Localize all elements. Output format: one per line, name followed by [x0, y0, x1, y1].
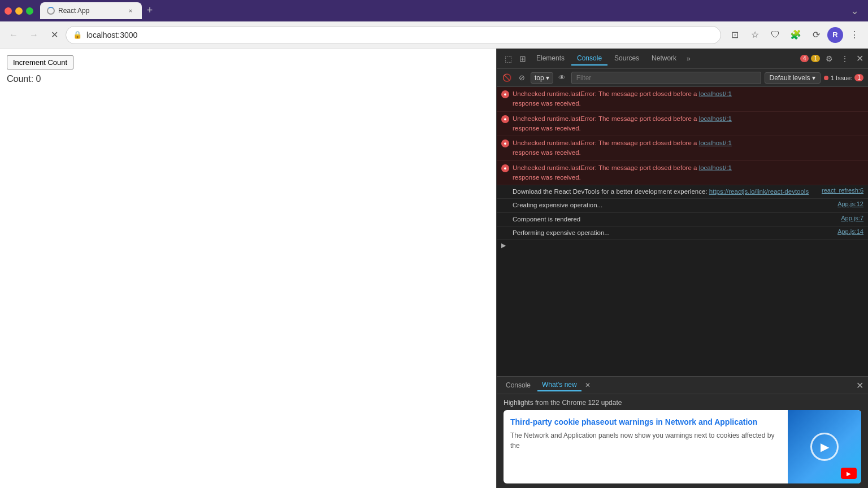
devtools-more-button[interactable]: ⋮ — [838, 52, 852, 66]
play-circle-icon: ▶ — [810, 433, 839, 461]
minimize-window-button[interactable] — [15, 7, 23, 15]
error-icon-3: ● — [501, 140, 509, 147]
devtools-bottom-panel: Console What's new ✕ ✕ Highlights from t… — [497, 376, 868, 488]
error-link-4[interactable]: localhost/:1 — [699, 164, 732, 171]
back-button[interactable]: ← — [5, 26, 23, 44]
devtools-tab-sources[interactable]: Sources — [609, 52, 645, 66]
rendered-text: Component is rendered — [513, 215, 837, 224]
context-selector[interactable]: top ▾ — [531, 72, 553, 84]
console-msg-rendered: Component is rendered App.js:7 — [497, 213, 868, 226]
address-bar[interactable]: 🔒 localhost:3000 — [66, 26, 721, 44]
console-toolbar: 🚫 ⊘ top ▾ 👁 Default levels ▾ 1 Issue: 1 — [497, 69, 868, 87]
console-filter-toggle[interactable]: ⊘ — [516, 72, 527, 84]
console-error-3: ● Unchecked runtime.lastError: The messa… — [497, 136, 868, 161]
maximize-window-button[interactable] — [26, 7, 33, 15]
nav-bar: ← → ✕ 🔒 localhost:3000 ⊡ ☆ 🛡 🧩 ⟳ R ⋮ — [0, 21, 868, 49]
secure-icon: 🔒 — [73, 30, 82, 39]
cast-button[interactable]: ⊡ — [726, 26, 744, 44]
browser-menu-dots[interactable]: ⋮ — [845, 26, 863, 44]
console-msg-performing: Performing expensive operation... App.js… — [497, 226, 868, 240]
error-text-2: Unchecked runtime.lastError: The message… — [513, 114, 863, 134]
whats-new-content: Highlights from the Chrome 122 update Th… — [497, 394, 868, 488]
devtools-settings-button[interactable]: ⚙ — [822, 52, 836, 66]
default-levels-button[interactable]: Default levels ▾ — [765, 72, 821, 84]
increment-count-button[interactable]: Increment Count — [7, 55, 73, 69]
bottom-tab-whats-new[interactable]: What's new — [537, 379, 581, 391]
devtools-tab-network[interactable]: Network — [646, 52, 682, 66]
default-levels-label: Default levels ▾ — [770, 74, 815, 82]
reload-button[interactable]: ✕ — [45, 26, 63, 44]
app-js-7-link[interactable]: App.js:7 — [841, 215, 863, 221]
devtools-responsive-button[interactable]: ⊞ — [516, 52, 530, 66]
context-label: top — [535, 74, 544, 82]
eye-button[interactable]: 👁 — [557, 72, 568, 84]
devtools-tab-overflow[interactable]: » — [683, 55, 694, 63]
news-headline: Third-party cookie phaseout warnings in … — [510, 417, 781, 427]
error-link-3[interactable]: localhost/:1 — [699, 140, 732, 146]
devtools-close-button[interactable]: ✕ — [856, 53, 863, 64]
error-link-2[interactable]: localhost/:1 — [699, 115, 732, 122]
forward-button[interactable]: → — [25, 26, 43, 44]
error-badge: 4 — [800, 55, 809, 62]
count-display: Count: 0 — [7, 74, 489, 84]
extensions-button[interactable]: 🧩 — [787, 26, 805, 44]
tab-title: React App — [58, 7, 123, 15]
error-text-4: Unchecked runtime.lastError: The message… — [513, 163, 863, 183]
error-link-1[interactable]: localhost/:1 — [699, 90, 732, 97]
devtools-panel: ⬚ ⊞ Elements Console Sources Network » 4… — [496, 49, 868, 488]
react-refresh-source[interactable]: react_refresh:6 — [822, 187, 863, 194]
devtools-msg-text: Download the React DevTools for a better… — [513, 187, 818, 197]
youtube-play-button[interactable]: ▶ — [841, 468, 857, 479]
close-window-button[interactable] — [5, 7, 12, 15]
devtools-tab-console[interactable]: Console — [571, 52, 607, 66]
chevron-down-icon: ▾ — [546, 74, 549, 82]
browser-menu-button[interactable]: ⌄ — [850, 5, 863, 17]
bottom-tabs: Console What's new ✕ ✕ — [497, 377, 868, 394]
browser-tab-react-app[interactable]: React App × — [40, 2, 142, 19]
profile-button[interactable]: R — [827, 27, 843, 43]
bottom-panel-close-button[interactable]: ✕ — [856, 380, 863, 391]
new-tab-button[interactable]: + — [142, 2, 158, 18]
filter-input[interactable] — [571, 72, 761, 84]
app-js-14-link[interactable]: App.js:14 — [837, 228, 863, 235]
bottom-tab-console[interactable]: Console — [501, 380, 535, 391]
nav-actions: ⊡ ☆ 🛡 🧩 ⟳ R ⋮ — [726, 26, 863, 44]
console-error-2: ● Unchecked runtime.lastError: The messa… — [497, 112, 868, 137]
app-js-12-link[interactable]: App.js:12 — [837, 201, 863, 207]
news-body: The Network and Application panels now s… — [510, 430, 781, 451]
error-text-1: Unchecked runtime.lastError: The message… — [513, 89, 863, 109]
issue-count-badge: 1 — [854, 74, 863, 81]
error-icon-2: ● — [501, 115, 509, 123]
react-devtools-link[interactable]: https://reactjs.io/link/react-devtools — [709, 188, 809, 195]
console-error-4: ● Unchecked runtime.lastError: The messa… — [497, 161, 868, 186]
shield-button[interactable]: 🛡 — [766, 26, 784, 44]
news-text-area: Third-party cookie phaseout warnings in … — [504, 410, 788, 483]
console-clear-button[interactable]: 🚫 — [501, 72, 513, 84]
console-msg-devtools: Download the React DevTools for a better… — [497, 185, 868, 199]
react-app-area: Increment Count Count: 0 — [0, 49, 496, 488]
news-image: ▶ ▶ — [788, 410, 861, 483]
error-icon-4: ● — [501, 164, 509, 172]
console-expand-arrow[interactable]: ▶ — [497, 240, 868, 251]
error-icon-1: ● — [501, 90, 509, 98]
console-messages: ● Unchecked runtime.lastError: The messa… — [497, 87, 868, 376]
browser-window: React App × + ⌄ ← → ✕ 🔒 localhost:3000 ⊡… — [0, 0, 868, 488]
console-error-1: ● Unchecked runtime.lastError: The messa… — [497, 87, 868, 112]
devtools-header: ⬚ ⊞ Elements Console Sources Network » 4… — [497, 49, 868, 69]
main-area: Increment Count Count: 0 ⬚ ⊞ Elements Co… — [0, 49, 868, 488]
highlights-title: Highlights from the Chrome 122 update — [504, 399, 861, 407]
devtools-inspect-button[interactable]: ⬚ — [501, 52, 515, 66]
performing-text: Performing expensive operation... — [513, 228, 834, 238]
news-card: Third-party cookie phaseout warnings in … — [504, 410, 861, 483]
tab-close-button[interactable]: × — [126, 6, 135, 15]
traffic-lights — [5, 7, 33, 15]
issue-label: 1 Issue: — [831, 75, 853, 81]
tab-loading-spinner — [47, 7, 55, 15]
bookmark-button[interactable]: ☆ — [746, 26, 764, 44]
whats-new-close-button[interactable]: ✕ — [585, 381, 591, 389]
devtools-tab-elements[interactable]: Elements — [531, 52, 570, 66]
sync-button[interactable]: ⟳ — [807, 26, 825, 44]
title-bar: React App × + ⌄ — [0, 0, 868, 21]
warn-badge: 1 — [811, 55, 820, 62]
issue-dot — [824, 76, 828, 80]
